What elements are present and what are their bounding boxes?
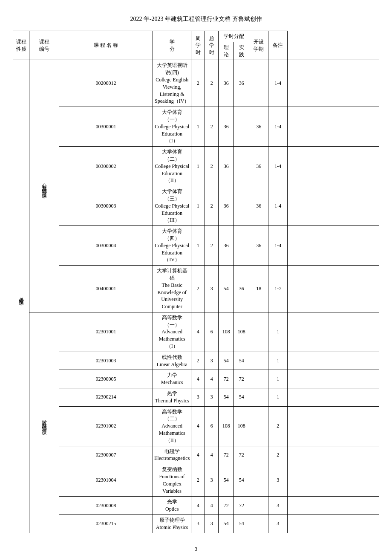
course-name-cell: 光学Optics <box>153 497 191 515</box>
notes-cell <box>288 446 379 464</box>
weekly-hours-cell: 4 <box>205 497 219 515</box>
course-name-cell: 热学Thermal Physics <box>153 388 191 407</box>
table-row: 02300007电磁学Electromagnetics4472722 <box>13 446 379 464</box>
theory-cell: 72 <box>234 497 249 515</box>
weekly-hours-cell: 2 <box>205 186 219 226</box>
practice-label: 实践 <box>239 44 244 58</box>
practice-cell: 18 <box>249 266 268 312</box>
total-hours-cell: 54 <box>219 266 234 312</box>
table-row: 00300003大学体育（三）College Physical Educatio… <box>13 186 379 226</box>
header-course-code: 课程编号 <box>29 31 59 60</box>
weekly-hours-cell: 4 <box>205 370 219 388</box>
weekly-hours-cell: 2 <box>205 60 219 107</box>
header-course-name: 课 程 名 称 <box>59 31 153 60</box>
course-code-cell: 00300001 <box>59 107 153 147</box>
course-code-cell: 00300004 <box>59 226 153 266</box>
semester-cell: 1-4 <box>268 60 288 107</box>
course-code-cell: 02301002 <box>59 406 153 446</box>
semester-cell: 1-4 <box>268 107 288 147</box>
table-row: 学科基础平台课02301001高等数学（一）Advanced Mathemati… <box>13 312 379 352</box>
credits-cell: 4 <box>191 312 205 352</box>
semester-cell: 1-4 <box>268 226 288 266</box>
credits-cell: 3 <box>191 515 205 533</box>
semester-cell: 1 <box>268 370 288 388</box>
theory-cell: 108 <box>234 312 249 352</box>
weekly-hours-cell: 2 <box>205 107 219 147</box>
course-type2-cell: 学科基础平台课 <box>29 312 59 533</box>
theory-cell <box>234 107 249 147</box>
practice-cell <box>249 352 268 370</box>
credits-label: 学分 <box>170 39 175 52</box>
theory-cell <box>234 186 249 226</box>
total-hours-cell: 54 <box>219 352 234 370</box>
practice-cell: 36 <box>249 107 268 147</box>
course-name-cell: 原子物理学Atomic Physics <box>153 515 191 533</box>
notes-cell <box>288 388 379 407</box>
course-name-cell: 电磁学Electromagnetics <box>153 446 191 464</box>
practice-cell <box>249 312 268 352</box>
credits-cell: 1 <box>191 186 205 226</box>
course-name-cell: 大学体育（三）College Physical Education （III） <box>153 186 191 226</box>
semester-cell: 3 <box>268 515 288 533</box>
table-row: 必修课公共基础平台课00200012大学英语视听说(四)College Engl… <box>13 60 379 107</box>
course-code-cell: 02301003 <box>59 352 153 370</box>
course-code-cell: 02300005 <box>59 370 153 388</box>
theory-cell <box>234 226 249 266</box>
semester-cell: 1-4 <box>268 147 288 186</box>
notes-cell <box>288 312 379 352</box>
credits-cell: 1 <box>191 226 205 266</box>
semester-cell: 1-7 <box>268 266 288 312</box>
notes-cell <box>288 464 379 497</box>
weekly-hours-cell: 6 <box>205 406 219 446</box>
table-row: 02301003线性代数Linear Algebra2354541 <box>13 352 379 370</box>
semester-cell: 1-4 <box>268 186 288 226</box>
total-hours-label: 总学时 <box>209 35 214 56</box>
course-code-cell: 02301001 <box>59 312 153 352</box>
theory-cell: 72 <box>234 370 249 388</box>
semester-label: 开设学期 <box>254 39 264 52</box>
header-course-type: 课程性质 <box>13 31 29 60</box>
theory-cell: 108 <box>234 406 249 446</box>
weekly-hours-cell: 3 <box>205 515 219 533</box>
credits-cell: 2 <box>191 60 205 107</box>
course-code-cell: 02300007 <box>59 446 153 464</box>
table-row: 02300005力学Mechanics4472721 <box>13 370 379 388</box>
notes-cell <box>288 370 379 388</box>
theory-cell: 54 <box>234 352 249 370</box>
notes-cell <box>288 186 379 226</box>
table-row: 02300215原子物理学Atomic Physics3354543 <box>13 515 379 533</box>
total-hours-cell: 72 <box>219 446 234 464</box>
course-code-cell: 00200012 <box>59 60 153 107</box>
total-hours-cell: 54 <box>219 515 234 533</box>
course-code-cell: 02300008 <box>59 497 153 515</box>
header-total-hours: 总学时 <box>205 31 219 60</box>
course-code-cell: 02300215 <box>59 515 153 533</box>
page-title: 2022 年-2023 年建筑工程管理行业文档 齐鲁斌创作 <box>130 15 262 23</box>
total-hours-cell: 36 <box>219 226 234 266</box>
theory-cell <box>234 147 249 186</box>
course-name-cell: 大学体育（二）College Physical Education （II） <box>153 147 191 186</box>
total-hours-cell: 36 <box>219 186 234 226</box>
course-name-cell: 大学体育（四）College Physical Education （IV） <box>153 226 191 266</box>
credits-cell: 1 <box>191 147 205 186</box>
credits-cell: 1 <box>191 107 205 147</box>
weekly-hours-cell: 2 <box>205 147 219 186</box>
credits-cell: 4 <box>191 370 205 388</box>
notes-cell <box>288 497 379 515</box>
course-code-cell: 02301004 <box>59 464 153 497</box>
table-wrapper: 课程性质 课程编号 课 程 名 称 学分 周学时 总学时 学时分 <box>13 31 379 533</box>
total-hours-cell: 108 <box>219 406 234 446</box>
theory-cell: 72 <box>234 446 249 464</box>
course-code-cell: 00400001 <box>59 266 153 312</box>
notes-cell <box>288 515 379 533</box>
semester-cell: 3 <box>268 464 288 497</box>
notes-cell <box>288 352 379 370</box>
notes-cell <box>288 147 379 186</box>
practice-cell: 36 <box>249 147 268 186</box>
total-hours-cell: 36 <box>219 60 234 107</box>
hours-dist-label: 学时分配 <box>224 33 244 39</box>
course-name-cell: 线性代数Linear Algebra <box>153 352 191 370</box>
theory-cell: 54 <box>234 464 249 497</box>
course-name-label: 课 程 名 称 <box>94 42 118 48</box>
table-row: 02300008光学Optics4472723 <box>13 497 379 515</box>
